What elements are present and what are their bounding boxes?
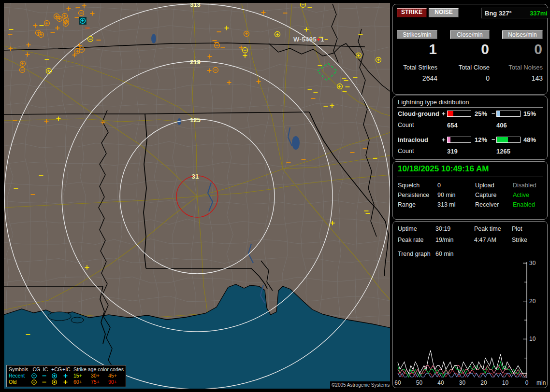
total-strikes-label: Total Strikes xyxy=(397,64,437,71)
cg-neg-count: 406 xyxy=(496,122,507,129)
lake xyxy=(292,136,300,150)
range-label: Range xyxy=(398,201,416,208)
ic-pos-bar-fill xyxy=(448,137,450,142)
counters-panel: STRIKE NOISE Bng 327° 337mi Strikes/min … xyxy=(392,4,548,95)
total-noises-value: 143 xyxy=(502,74,543,82)
lake-pontchartrain xyxy=(48,312,71,321)
ic-neg-bar xyxy=(496,137,521,143)
legend-header-symbols: Symbols xyxy=(9,366,31,373)
legend-old-label: Old xyxy=(9,379,31,385)
trend-window-value: 60 min xyxy=(435,251,454,257)
ic-neg-percent: 48% xyxy=(523,136,536,143)
peak-time-value: 4:47 AM xyxy=(474,237,496,243)
close-per-min-button[interactable]: Close/min xyxy=(450,30,490,39)
close-per-min-value: 0 xyxy=(450,41,490,57)
cg-pos-percent: 25% xyxy=(475,110,487,117)
map-canvas[interactable]: 31125219313W-5495+1− Symbols -CG -IC +CG… xyxy=(0,0,391,392)
cloud-ground-label: Cloud-ground xyxy=(398,110,439,117)
ic-pos-percent: 12% xyxy=(475,136,487,143)
upload-label: Upload xyxy=(475,182,494,189)
total-noises-label: Total Noises xyxy=(502,64,543,71)
cg-negative-old-icon xyxy=(31,379,41,385)
peak-rate-label: Peak rate xyxy=(398,237,424,243)
y-tick-label: 30 xyxy=(529,260,536,266)
cg-pos-bar-fill xyxy=(448,111,453,116)
trend-graph-label: Trend graph xyxy=(398,251,431,257)
ic-pos-count: 319 xyxy=(447,148,458,155)
x-tick-label: 20 xyxy=(480,379,487,386)
uptime-label: Uptime xyxy=(398,225,417,232)
x-tick-label: 0 xyxy=(525,379,529,386)
peak-rate-value: 19/min xyxy=(435,237,454,243)
bearing-display: Bng 327° 337mi xyxy=(481,8,550,18)
total-close-label: Total Close xyxy=(450,64,490,71)
range-ring-label: 125 xyxy=(190,116,201,124)
trend-series-intracloud-negative xyxy=(398,362,527,377)
lake xyxy=(71,317,84,323)
cg-pos-count: 654 xyxy=(447,122,458,129)
ic-neg-sign: − xyxy=(492,136,495,143)
noise-toggle-button[interactable]: NOISE xyxy=(429,8,459,17)
legend-age-title: Strike age color codes xyxy=(73,366,126,373)
x-tick-label: 60 xyxy=(394,379,401,386)
plot-label: Plot xyxy=(512,225,522,232)
distribution-title: Lightning type distribution xyxy=(398,98,469,106)
legend-age-75: 75+ xyxy=(91,379,108,385)
strike-symbol-cgp xyxy=(79,17,87,25)
uptime-value: 30:19 xyxy=(435,225,450,232)
legend-old-row: Old 60+ 75+ 90+ xyxy=(9,379,126,385)
bearing-distance: 337mi xyxy=(530,10,548,17)
ic-pos-bar xyxy=(447,137,471,143)
legend-header-ic-neg: -IC xyxy=(41,366,51,373)
map-legend: Symbols -CG -IC +CG +IC Strike age color… xyxy=(6,365,126,387)
y-tick-label: 10 xyxy=(529,336,536,342)
peak-time-label: Peak time xyxy=(474,225,501,232)
ic-count-label: Count xyxy=(398,148,414,154)
persistence-label: Persistence xyxy=(398,192,429,198)
divider xyxy=(397,107,543,108)
strike-toggle-button[interactable]: STRIKE xyxy=(397,8,427,17)
ic-positive-old-icon xyxy=(62,379,73,385)
map-layers: 31125219313W-5495+1− xyxy=(4,1,391,390)
range-ring-label: 31 xyxy=(192,173,199,180)
upload-status: Disabled xyxy=(513,182,536,189)
status-panel: Uptime 30:19 Peak time Plot Peak rate 19… xyxy=(392,221,548,388)
distribution-panel: Lightning type distribution Cloud-ground… xyxy=(392,96,548,160)
legend-age-60: 60+ xyxy=(73,379,91,385)
legend-recent-label: Recent xyxy=(9,373,31,379)
ic-neg-bar-fill xyxy=(497,137,508,142)
strikes-per-min-button[interactable]: Strikes/min xyxy=(397,30,437,39)
ic-pos-sign: + xyxy=(442,136,446,143)
ic-negative-recent-icon xyxy=(41,373,51,379)
cg-positive-old-icon xyxy=(51,379,62,385)
intracloud-label: Intracloud xyxy=(398,136,428,143)
x-axis-unit: min xyxy=(536,379,546,386)
total-close-value: 0 xyxy=(450,74,490,82)
cg-pos-bar xyxy=(447,111,471,117)
strikes-per-min-value: 1 xyxy=(397,41,437,57)
cg-positive-recent-icon xyxy=(51,373,62,379)
x-tick-label: 40 xyxy=(437,379,444,386)
squelch-value: 0 xyxy=(437,182,441,189)
tspan: W-5495 xyxy=(293,36,317,43)
persistence-value: 90 min xyxy=(437,192,456,198)
noises-per-min-button[interactable]: Noises/min xyxy=(502,30,543,39)
cg-neg-sign: − xyxy=(492,110,495,117)
app-window: { "header": { "strike_button": "STRIKE",… xyxy=(0,0,550,392)
legend-age-15: 15+ xyxy=(73,373,91,379)
y-tick-label: 20 xyxy=(529,298,536,305)
total-strikes-value: 2644 xyxy=(397,74,437,82)
x-tick-label: 10 xyxy=(502,379,509,386)
cg-neg-bar-fill xyxy=(497,111,500,116)
divider xyxy=(397,177,543,177)
receiver-label: Receiver xyxy=(475,201,499,208)
cg-neg-percent: 15% xyxy=(523,110,536,117)
ic-neg-count: 1265 xyxy=(496,148,510,155)
copyright-text: ©2005 Astrogenic Systems xyxy=(330,381,391,389)
cg-neg-bar xyxy=(496,111,521,117)
capture-status: Active xyxy=(513,192,529,198)
cg-pos-sign: + xyxy=(442,110,446,117)
range-ring-label: 313 xyxy=(190,1,201,8)
ic-positive-recent-icon xyxy=(62,373,73,379)
tspan: − xyxy=(324,36,328,43)
